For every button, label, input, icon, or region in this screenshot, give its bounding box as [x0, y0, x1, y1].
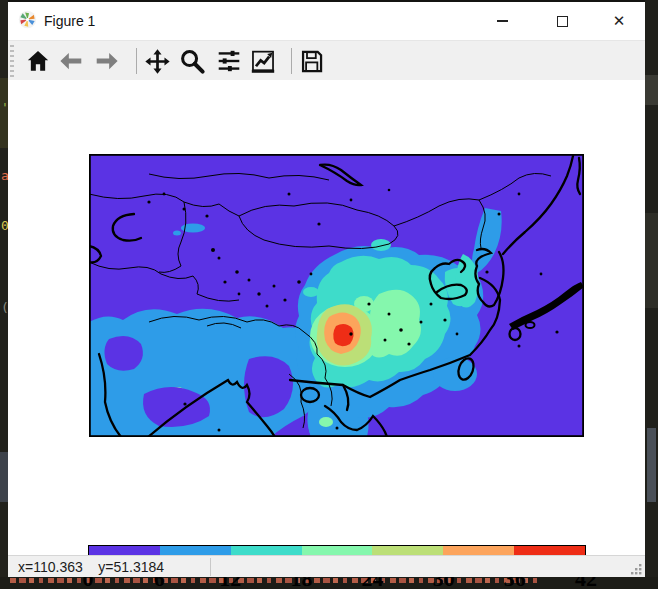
chart-arrow-icon	[249, 47, 277, 75]
y-readout: y=51.3184	[98, 559, 164, 575]
figure-window: Figure 1 ✕	[8, 2, 645, 577]
editor-glyph-zero: 0	[1, 218, 8, 233]
figure-canvas[interactable]: 06121824303642	[8, 81, 645, 555]
cursor-coordinates: x=110.363 y=51.3184	[18, 559, 164, 575]
matplotlib-logo-icon	[18, 10, 37, 29]
edit-parameters-button[interactable]	[248, 47, 278, 75]
editor-background-right	[645, 0, 658, 589]
toolbar-grip[interactable]	[10, 45, 14, 77]
map-plot-axes[interactable]	[89, 154, 584, 437]
zoom-magnifier-icon	[179, 48, 206, 75]
statusbar: x=110.363 y=51.3184	[8, 555, 645, 577]
statusbar-separator	[210, 558, 211, 576]
navigation-toolbar	[8, 40, 645, 80]
editor-background-left: ' a 0 (	[0, 0, 8, 589]
minimize-button[interactable]	[479, 2, 525, 40]
home-icon	[25, 48, 51, 74]
zoom-button[interactable]	[177, 47, 207, 75]
editor-glyph-quote: '	[1, 100, 8, 115]
editor-scrollbar[interactable]	[647, 428, 656, 502]
forward-button[interactable]	[92, 47, 122, 75]
forward-arrow-icon	[94, 48, 120, 74]
configure-subplots-button[interactable]	[214, 47, 244, 75]
x-readout: x=110.363	[18, 559, 83, 575]
toolbar-separator	[136, 48, 137, 74]
pan-arrows-icon	[144, 48, 171, 75]
maximize-button[interactable]	[539, 2, 585, 40]
editor-glyph-paren: (	[1, 300, 8, 315]
toolbar-separator	[291, 48, 292, 74]
resize-grip[interactable]	[630, 563, 642, 575]
save-floppy-icon	[298, 48, 325, 75]
sliders-icon	[216, 48, 242, 74]
pan-button[interactable]	[142, 47, 172, 75]
editor-glyph-a: a	[1, 168, 8, 183]
back-arrow-icon	[58, 48, 84, 74]
back-button[interactable]	[56, 47, 86, 75]
window-title: Figure 1	[44, 13, 95, 29]
home-button[interactable]	[23, 47, 53, 75]
contour-india-region	[89, 309, 328, 437]
save-button[interactable]	[296, 47, 326, 75]
titlebar[interactable]: Figure 1 ✕	[8, 2, 645, 40]
close-button[interactable]: ✕	[596, 2, 642, 40]
